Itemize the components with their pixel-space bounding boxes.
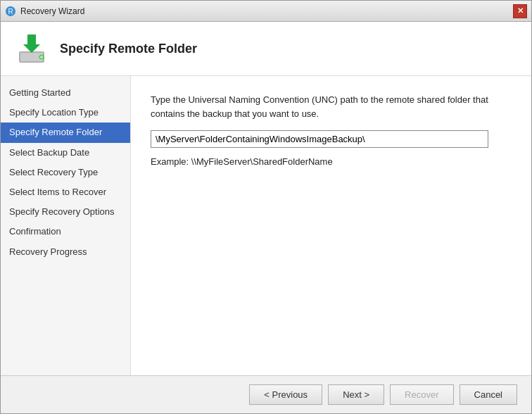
close-button[interactable]: ✕ bbox=[513, 4, 527, 18]
svg-marker-5 bbox=[23, 34, 40, 53]
sidebar-item-select-items-to-recover[interactable]: Select Items to Recover bbox=[1, 182, 130, 202]
sidebar-item-specify-location-type[interactable]: Specify Location Type bbox=[1, 103, 130, 123]
svg-text:R: R bbox=[8, 8, 13, 15]
sidebar-item-recovery-progress[interactable]: Recovery Progress bbox=[1, 242, 130, 262]
sidebar: Getting StartedSpecify Location TypeSpec… bbox=[1, 76, 131, 375]
sidebar-item-specify-remote-folder[interactable]: Specify Remote Folder bbox=[1, 123, 130, 142]
sidebar-item-select-recovery-type[interactable]: Select Recovery Type bbox=[1, 163, 130, 182]
svg-point-4 bbox=[39, 55, 44, 59]
sidebar-item-specify-recovery-options[interactable]: Specify Recovery Options bbox=[1, 202, 130, 222]
header-area: Specify Remote Folder bbox=[1, 22, 531, 76]
recover-button[interactable]: Recover bbox=[390, 384, 453, 405]
app-icon: R bbox=[5, 6, 16, 17]
recovery-wizard-window: R Recovery Wizard ✕ Specify Remote Folde… bbox=[0, 0, 532, 414]
next-button[interactable]: Next > bbox=[328, 384, 384, 405]
previous-button[interactable]: < Previous bbox=[249, 384, 322, 405]
example-text: Example: \\MyFileServer\SharedFolderName bbox=[151, 156, 512, 167]
sidebar-item-select-backup-date[interactable]: Select Backup Date bbox=[1, 143, 130, 163]
sidebar-item-getting-started[interactable]: Getting Started bbox=[1, 83, 130, 103]
footer: < Previous Next > Recover Cancel bbox=[1, 375, 531, 413]
content-area: Type the Universal Naming Convention (UN… bbox=[131, 76, 531, 375]
main-area: Getting StartedSpecify Location TypeSpec… bbox=[1, 76, 531, 375]
unc-path-input[interactable] bbox=[151, 130, 488, 148]
recovery-icon bbox=[15, 32, 49, 65]
title-bar: R Recovery Wizard ✕ bbox=[1, 1, 531, 22]
description-text: Type the Universal Naming Convention (UN… bbox=[151, 93, 488, 120]
page-title: Specify Remote Folder bbox=[60, 42, 197, 56]
cancel-button[interactable]: Cancel bbox=[460, 384, 517, 405]
title-bar-left: R Recovery Wizard bbox=[5, 6, 84, 17]
sidebar-item-confirmation[interactable]: Confirmation bbox=[1, 222, 130, 242]
window-title: Recovery Wizard bbox=[20, 6, 84, 16]
